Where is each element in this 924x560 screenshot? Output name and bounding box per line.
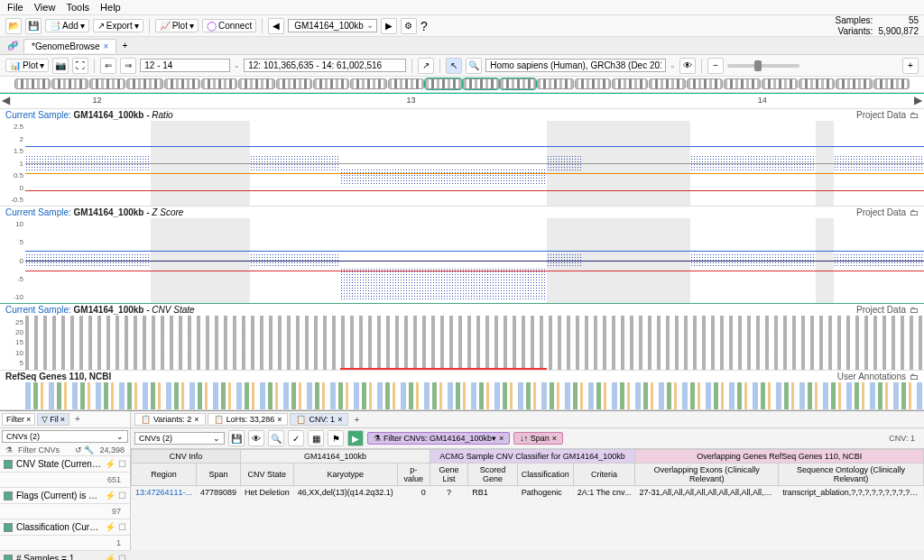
save-icon[interactable]: 💾 [25, 18, 42, 34]
table-row[interactable]: 13:47264111-... 47789089 Het Deletion 46… [132, 486, 924, 500]
zoom-plus-icon[interactable]: + [902, 58, 919, 74]
close-icon[interactable]: × [277, 415, 282, 424]
plot-dropdown[interactable]: 📊Plot▾ [5, 59, 49, 72]
prev-sample-button[interactable]: ◀ [268, 18, 284, 34]
col-so[interactable]: Sequence Ontology (Clinically Relevant) [779, 464, 924, 486]
zoom-region-icon[interactable]: 🔍 [466, 58, 482, 74]
tbl-search-icon[interactable]: 🔍 [268, 430, 284, 446]
track-zscore: Current Sample: GM14164_100kb - Z Score … [0, 207, 924, 304]
filter-cnvs-label: Filter CNVs [18, 445, 60, 454]
genome-search[interactable] [485, 59, 666, 72]
tab-close-icon[interactable]: × [104, 41, 109, 51]
col-scored[interactable]: Scored Gene [468, 464, 517, 486]
add-button[interactable]: 📑Add▾ [45, 19, 89, 32]
user-annotations-link[interactable]: User Annotations [837, 372, 906, 381]
tbl-grid-icon[interactable]: ▦ [308, 430, 324, 446]
th-cnv-info: CNV Info [132, 450, 241, 464]
close-icon[interactable]: × [26, 415, 31, 424]
filter-sidebar: Filter× ▽Fil× + CNVs (2)⌄ ⚗ Filter CNVs … [0, 411, 131, 550]
settings-icon[interactable]: ⚙ [401, 18, 417, 34]
folder-icon[interactable] [910, 305, 919, 315]
folder-icon[interactable] [910, 372, 919, 381]
browse-toolbar: 📊Plot▾ 📷 ⛶ ⇐ ⇒ ⌄ ↗ ↖ 🔍 ⌄ 👁 − + [0, 55, 924, 77]
close-icon[interactable]: × [337, 415, 342, 424]
ratio-plot[interactable]: 2.521.5 10.50 -0.5 [0, 121, 924, 206]
range-input[interactable] [140, 59, 230, 72]
chromosome-ideogram[interactable] [0, 77, 924, 93]
tbl-mark-icon[interactable]: ✓ [288, 430, 304, 446]
filter-chip[interactable]: ⚗Filter CNVs: GM14164_100kb▾× [367, 432, 510, 445]
tab-add-icon[interactable]: + [118, 41, 131, 50]
next-sample-button[interactable]: ▶ [381, 18, 397, 34]
cnv-plot[interactable]: 252015 105 [0, 316, 924, 370]
menu-file[interactable]: File [7, 2, 23, 13]
close-icon[interactable]: × [194, 415, 199, 424]
expand-icon[interactable]: ⛶ [72, 58, 88, 74]
sample-select[interactable]: GM14164_100kb [288, 19, 377, 32]
close-icon[interactable]: × [60, 415, 65, 424]
span-chip[interactable]: ↓↑ Span× [513, 432, 563, 445]
col-genelist[interactable]: Gene List [430, 464, 467, 486]
plot-button[interactable]: 📈Plot▾ [155, 19, 199, 32]
project-data-link[interactable]: Project Data [856, 305, 906, 315]
menu-view[interactable]: View [34, 2, 56, 13]
menu-tools[interactable]: Tools [66, 2, 89, 13]
connect-button[interactable]: ◯Connect [202, 19, 256, 32]
table-cnvs-dropdown[interactable]: CNVs (2)⌄ [134, 432, 225, 445]
bottom-main: 📋Variants: 2× 📋LoHs: 33,286× 📋CNV: 1× + … [131, 411, 924, 550]
project-data-link[interactable]: Project Data [856, 110, 906, 120]
ruler-right-arrow-icon[interactable]: ▶ [914, 94, 922, 106]
col-criteria[interactable]: Criteria [573, 464, 635, 486]
cursor-icon[interactable]: ↖ [446, 58, 462, 74]
close-icon[interactable]: × [552, 434, 557, 443]
cnvs-dropdown[interactable]: CNVs (2)⌄ [2, 430, 128, 443]
tbl-save-icon[interactable]: 💾 [228, 430, 245, 446]
btab-variants[interactable]: 📋Variants: 2× [134, 413, 206, 426]
nav-back-icon[interactable]: ⇐ [100, 58, 116, 74]
nav-fwd-icon[interactable]: ⇒ [120, 58, 136, 74]
col-region[interactable]: Region [132, 464, 197, 486]
tbl-flag-icon[interactable]: ⚑ [328, 430, 344, 446]
col-cnvstate[interactable]: CNV State [241, 464, 294, 486]
genome-ruler[interactable]: ◀ 12 13 14 ▶ [0, 93, 924, 109]
tbl-play-icon[interactable]: ▶ [347, 430, 364, 446]
open-icon[interactable]: 📂 [5, 18, 22, 34]
track-ratio: Current Sample: GM14164_100kb - Ratio Pr… [0, 109, 924, 207]
btab-lohs[interactable]: 📋LoHs: 33,286× [208, 413, 289, 426]
filter-classification[interactable]: Classification (Curren⚡ ☐ [0, 519, 130, 535]
zscore-plot[interactable]: 1050 -5-10 [0, 218, 924, 303]
camera-icon[interactable]: 📷 [52, 58, 69, 74]
sidetab-filter[interactable]: Filter× [2, 413, 35, 426]
btab-add-icon[interactable]: + [350, 414, 363, 426]
help-icon[interactable]: ? [420, 19, 428, 33]
ruler-chr14: 14 [758, 96, 767, 105]
filter-flags[interactable]: Flags (Current) is mis⚡ ☐ [0, 487, 130, 503]
eye-icon[interactable]: 👁 [679, 58, 696, 74]
tbl-eye-icon[interactable]: 👁 [248, 430, 264, 446]
folder-icon[interactable] [910, 207, 919, 217]
col-exons[interactable]: Overlapping Exons (Clinically Relevant) [635, 464, 779, 486]
zoom-out-icon[interactable]: ↗ [418, 58, 434, 74]
refseq-plot[interactable] [0, 382, 924, 409]
col-karyo[interactable]: Karyotype [293, 464, 397, 486]
btab-cnv[interactable]: 📋CNV: 1× [290, 413, 348, 426]
close-icon[interactable]: × [499, 434, 504, 443]
filter-samples[interactable]: # Samples = 1⚡ ☐ [0, 550, 130, 560]
zoom-slider[interactable] [727, 64, 799, 68]
col-class[interactable]: Classification [517, 464, 573, 486]
sidetab-add-icon[interactable]: + [71, 413, 84, 426]
col-pval[interactable]: p-value [397, 464, 430, 486]
menu-help[interactable]: Help [100, 2, 121, 13]
ruler-chr13: 13 [407, 96, 416, 105]
coord-input[interactable] [244, 59, 406, 72]
tab-genomebrowse[interactable]: *GenomeBrowse× [23, 39, 116, 53]
sidetab-fil[interactable]: ▽Fil× [37, 413, 69, 426]
zoom-minus-icon[interactable]: − [707, 58, 724, 74]
funnel-icon[interactable]: ⚗ [5, 445, 13, 454]
project-data-link[interactable]: Project Data [856, 207, 906, 217]
col-span[interactable]: Span [197, 464, 241, 486]
ruler-left-arrow-icon[interactable]: ◀ [2, 94, 10, 106]
export-button[interactable]: ↗Export▾ [93, 19, 143, 32]
filter-cnv-state[interactable]: CNV State (Current) is⚡ ☐ [0, 455, 130, 472]
folder-icon[interactable] [910, 110, 919, 120]
